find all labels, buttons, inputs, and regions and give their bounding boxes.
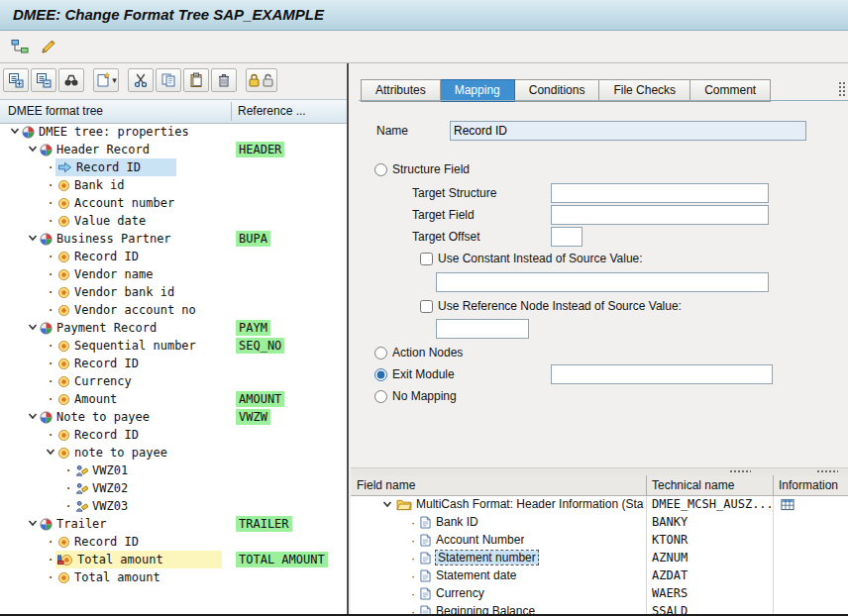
field-row[interactable]: ·Bank IDBANKY	[351, 514, 848, 532]
reference-badge: VWZW	[236, 409, 270, 425]
atom-icon	[75, 464, 88, 477]
tree-row[interactable]: ·AmountAMOUNT	[0, 390, 347, 408]
doc-icon	[420, 552, 431, 565]
target-offset-field[interactable]	[551, 227, 583, 247]
field-row[interactable]: MultiCash Format: Header Information (St…	[351, 496, 848, 514]
mapping-detail-panel: Attributes Mapping Conditions File Check…	[351, 63, 848, 467]
tree-row[interactable]: ·Vendor name	[0, 265, 347, 283]
field-row[interactable]: ·Beginning BalanceSSALD	[351, 603, 848, 614]
application-toolbar	[0, 31, 848, 63]
use-constant-checkbox[interactable]: Use Constant Instead of Source Value:	[420, 252, 643, 265]
dropdown-caret-icon[interactable]: ▾	[112, 75, 117, 85]
tree-row[interactable]: ·VWZ03	[0, 497, 347, 515]
tree-row[interactable]: note to payee	[0, 444, 347, 462]
tree-row[interactable]: ·Sequential numberSEQ_NO	[0, 337, 347, 355]
reference-node-field[interactable]	[436, 319, 529, 339]
leaf-icon	[57, 375, 70, 388]
tree-row[interactable]: ·VWZ01	[0, 462, 347, 479]
tree-row[interactable]: DMEE tree: properties	[0, 123, 347, 141]
create-button[interactable]: ▾	[93, 68, 119, 92]
tree-row[interactable]: Payment RecordPAYM	[0, 319, 347, 337]
column-divider[interactable]	[231, 102, 232, 121]
field-name[interactable]: Bank ID	[436, 515, 478, 529]
target-field-field[interactable]	[551, 205, 769, 225]
tab-attributes[interactable]: Attributes	[361, 79, 441, 102]
tree-row[interactable]: ·Record ID	[0, 355, 347, 372]
tab-conditions[interactable]: Conditions	[515, 79, 600, 102]
expand-all-button[interactable]	[3, 68, 29, 92]
leaf-icon	[57, 358, 70, 370]
field-name-header[interactable]: Field name	[357, 478, 415, 492]
leaf-icon	[57, 447, 70, 460]
locks-button[interactable]	[246, 68, 277, 92]
field-name[interactable]: Beginning Balance	[436, 604, 535, 614]
bullet-icon: ·	[406, 587, 420, 601]
cut-button[interactable]	[128, 68, 154, 92]
name-field[interactable]	[450, 121, 806, 141]
field-name[interactable]: MultiCash Format: Header Information (St…	[416, 497, 644, 511]
tab-comment[interactable]: Comment	[690, 79, 771, 102]
tree-row[interactable]: Note to payeeVWZW	[0, 408, 347, 426]
source-fields-panel: Field name Technical name Information Mu…	[351, 475, 848, 614]
field-row[interactable]: ·Account NumberKTONR	[351, 532, 848, 550]
technical-name-header[interactable]: Technical name	[652, 478, 734, 492]
tab-file-checks[interactable]: File Checks	[599, 79, 690, 102]
format-tree-icon[interactable]	[8, 35, 32, 58]
information-header[interactable]: Information	[779, 478, 838, 492]
tree-row[interactable]: ·Vendor account no	[0, 301, 347, 319]
tree-row[interactable]: ·Record ID	[0, 248, 347, 265]
panel-resize-handle-icon[interactable]	[838, 81, 845, 97]
radio-no-mapping[interactable]: No Mapping	[374, 389, 457, 403]
leaf-icon	[57, 340, 70, 353]
find-button[interactable]	[58, 68, 84, 92]
field-name[interactable]: Account Number	[436, 533, 524, 547]
tree-row[interactable]: ·Record ID	[0, 533, 347, 551]
tree-row[interactable]: ·VWZ02	[0, 479, 347, 497]
doc-icon	[420, 605, 431, 614]
radio-action-nodes[interactable]: Action Nodes	[374, 346, 463, 359]
tree-row[interactable]: ·Total amount	[0, 568, 347, 586]
target-structure-field[interactable]	[551, 183, 769, 203]
field-name[interactable]: Statement date	[436, 568, 516, 582]
tree-row[interactable]: ·Total amountTOTAL AMOUNT	[0, 551, 347, 568]
collapse-all-button[interactable]	[31, 68, 56, 92]
tree-row[interactable]: ·Vendor bank id	[0, 283, 347, 301]
expander-icon[interactable]	[380, 498, 394, 512]
node-icon	[40, 411, 53, 424]
radio-label: Exit Module	[392, 367, 455, 381]
paste-button[interactable]	[183, 68, 209, 92]
tree-row[interactable]: ·Currency	[0, 372, 347, 390]
field-name[interactable]: Currency	[436, 586, 484, 600]
tree-row[interactable]: ·Record ID	[0, 426, 347, 444]
technical-name: KTONR	[652, 533, 771, 547]
node-icon	[22, 126, 35, 139]
tree-row[interactable]: ·Record ID	[0, 158, 347, 176]
field-name[interactable]: Statement number	[436, 551, 538, 565]
edit-pencil-icon[interactable]	[37, 35, 60, 58]
doc-icon	[420, 569, 431, 582]
tree-row[interactable]: TrailerTRAILER	[0, 515, 347, 533]
grid-icon[interactable]	[781, 498, 795, 511]
title-bar: DMEE: Change Format Tree SAP_EXAMPLE	[0, 0, 848, 31]
radio-structure-field[interactable]: Structure Field	[374, 162, 470, 176]
use-reference-checkbox[interactable]: Use Reference Node Instead of Source Val…	[420, 299, 682, 313]
leaf-mod-icon	[57, 554, 73, 566]
tree-item-label: Value date	[74, 214, 146, 228]
field-row[interactable]: ·Statement dateAZDAT	[351, 567, 848, 585]
node-icon	[40, 518, 53, 531]
tree-row[interactable]: ·Bank id	[0, 176, 347, 194]
tree-row[interactable]: Header RecordHEADER	[0, 141, 347, 158]
exit-module-field[interactable]	[551, 364, 773, 384]
tree-row[interactable]: ·Account number	[0, 194, 347, 212]
delete-button[interactable]	[211, 68, 237, 92]
tree-row[interactable]: Business PartnerBUPA	[0, 230, 347, 248]
tab-mapping[interactable]: Mapping	[441, 79, 515, 102]
field-row[interactable]: ·CurrencyWAERS	[351, 585, 848, 603]
field-row[interactable]: ·Statement numberAZNUM	[351, 550, 848, 567]
radio-exit-module[interactable]: Exit Module	[374, 367, 455, 381]
bullet-icon: ·	[406, 516, 420, 530]
constant-value-field[interactable]	[436, 272, 769, 292]
copy-button[interactable]	[156, 68, 181, 92]
tree-row[interactable]: ·Value date	[0, 212, 347, 230]
tree-item-label: Bank id	[74, 178, 125, 192]
